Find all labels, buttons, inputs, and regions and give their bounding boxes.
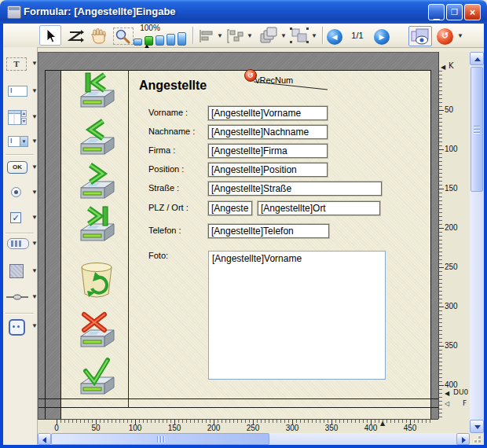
delete-record-button[interactable] [76, 261, 117, 300]
preview-button[interactable] [408, 26, 432, 46]
scroll-right-button[interactable] [456, 433, 470, 445]
last-record-button[interactable] [73, 205, 119, 248]
button-tool[interactable]: OK ▼ [6, 161, 38, 175]
layer-menu-caret[interactable]: ▼ [280, 33, 287, 39]
zoom-bars[interactable] [134, 31, 189, 46]
zoom-tool-button[interactable] [113, 28, 134, 45]
field-label-nachname[interactable]: Nachname : [148, 127, 195, 136]
static-text-tool[interactable]: T ▼ [6, 57, 38, 72]
entry-order-tool-button[interactable] [68, 28, 85, 44]
field-label-foto[interactable]: Foto: [148, 251, 168, 260]
combobox-tool[interactable]: I▼ ▼ [6, 135, 38, 149]
first-record-button[interactable] [73, 72, 119, 114]
vertical-scrollbar[interactable] [470, 52, 484, 433]
radio-tool-caret[interactable]: ▼ [31, 189, 38, 196]
hand-tool-button[interactable] [90, 28, 108, 45]
maximize-button[interactable]: ❐ [446, 4, 463, 20]
thumb-grip [474, 126, 480, 127]
align-menu-caret[interactable]: ▼ [217, 33, 223, 39]
resize-grip[interactable] [470, 433, 484, 445]
footer-marker-label[interactable]: F [463, 399, 467, 407]
execute-menu-caret[interactable]: ▼ [457, 33, 463, 39]
next-record-button[interactable] [73, 163, 119, 205]
indicator-tool-caret[interactable]: ▼ [31, 241, 38, 247]
scroll-up-button[interactable] [470, 52, 484, 65]
field-input-plz[interactable]: [Angeste [208, 201, 252, 215]
title-bar[interactable]: Formular: [Angestellte]Eingabe ▁ ❐ × [0, 0, 487, 24]
line-object[interactable] [251, 79, 331, 92]
zoom-bar-800[interactable] [178, 32, 186, 46]
horizontal-scrollbar[interactable] [38, 433, 470, 445]
field-input-firma[interactable]: [Angestellte]Firma [208, 144, 328, 158]
next-page-button[interactable]: ▶ [374, 29, 390, 45]
field-input-telefon[interactable]: [Angestellte]Telefon [208, 224, 329, 238]
zoom-bar-200[interactable] [156, 35, 164, 46]
palette-separator [5, 313, 34, 314]
field-label-firma[interactable]: Firma : [148, 145, 175, 155]
palette-separator [5, 233, 34, 233]
group-menu-button[interactable] [289, 27, 309, 44]
header-marker-label[interactable]: K [449, 61, 454, 70]
close-button[interactable]: × [464, 4, 481, 20]
plugin-tool-caret[interactable]: ▼ [31, 323, 38, 329]
plugin-area-tool[interactable]: ▼ [6, 319, 38, 335]
group-menu-caret[interactable]: ▼ [311, 33, 317, 39]
field-label-telefon[interactable]: Telefon : [148, 226, 181, 235]
input-field-tool[interactable]: I ▼ [6, 85, 38, 99]
toolbar-separator [322, 27, 323, 44]
previous-page-button[interactable]: ◀ [327, 29, 342, 45]
distribute-menu-button[interactable] [226, 28, 245, 44]
field-label-plz-ort[interactable]: PLZ / Ort : [148, 203, 189, 212]
button-tool-caret[interactable]: ▼ [31, 164, 38, 171]
field-input-strasse[interactable]: [Angestellte]Straße [208, 182, 382, 196]
combobox-tool-caret[interactable]: ▼ [31, 138, 38, 145]
listbox-tool[interactable]: ▼ [6, 110, 38, 126]
scroll-down-button[interactable] [470, 420, 484, 433]
footer-marker-line[interactable] [38, 407, 439, 408]
field-input-ort[interactable]: [Angestellte]Ort [258, 201, 380, 215]
listbox-tool-caret[interactable]: ▼ [31, 114, 38, 120]
rectangle-tool[interactable]: ▼ [6, 264, 38, 280]
detail-marker-label[interactable]: DU0 [453, 388, 468, 396]
layer-menu-button[interactable] [259, 27, 280, 44]
input-tool-caret[interactable]: ▼ [31, 88, 38, 94]
horizontal-scroll-thumb[interactable] [51, 433, 269, 445]
form-title[interactable]: Angestellte [139, 79, 207, 93]
field-label-strasse[interactable]: Straße : [148, 183, 179, 193]
indicator-tool[interactable]: ▼ [6, 237, 38, 252]
checkbox-tool-caret[interactable]: ▼ [31, 215, 38, 221]
distribute-menu-caret[interactable]: ▼ [247, 33, 253, 39]
detail-marker-icon[interactable]: ◀ [445, 390, 449, 397]
zoom-bar-50[interactable] [134, 39, 142, 46]
form-canvas[interactable]: Angestellte ↺ vRecNum Vorname : [Angeste… [38, 52, 439, 420]
field-label-position[interactable]: Position : [148, 164, 184, 174]
text-tool-caret[interactable]: ▼ [31, 61, 38, 67]
checkbox-tool[interactable]: ✓ ▼ [6, 211, 38, 226]
cancel-record-button[interactable] [73, 310, 119, 352]
field-label-vorname[interactable]: Vorname : [148, 108, 188, 117]
splitter-tool[interactable]: ▼ [6, 291, 38, 305]
window-border-bottom [0, 445, 487, 448]
scroll-left-button[interactable] [38, 433, 51, 445]
previous-record-button[interactable] [73, 119, 119, 161]
radio-tool-icon [11, 187, 21, 197]
pointer-tool-button[interactable] [39, 25, 61, 46]
align-menu-button[interactable] [198, 28, 215, 44]
field-input-vorname[interactable]: [Angestellte]Vorname [208, 106, 328, 120]
field-input-position[interactable]: [Angestellte]Position [208, 163, 328, 177]
minimize-button[interactable]: ▁ [428, 4, 445, 20]
zoom-bar-400[interactable] [167, 34, 175, 46]
distribute-icon [226, 28, 245, 44]
header-marker-icon[interactable]: ◀ [441, 64, 445, 71]
rectangle-tool-caret[interactable]: ▼ [31, 268, 38, 274]
splitter-tool-caret[interactable]: ▼ [31, 294, 38, 300]
execute-button[interactable]: ↺ [437, 28, 453, 45]
vertical-scroll-thumb[interactable] [471, 67, 483, 192]
form-separator-line[interactable] [128, 71, 129, 407]
radio-button-tool[interactable]: ▼ [6, 186, 38, 200]
accept-record-button[interactable] [73, 357, 119, 399]
form-width-marker[interactable]: ▲ [380, 420, 385, 427]
footer-marker-icon[interactable]: ◁ [445, 400, 449, 407]
foto-picture-object[interactable]: [Angestellte]Vorname [208, 251, 386, 380]
field-input-nachname[interactable]: [Angestellte]Nachname [208, 125, 328, 139]
